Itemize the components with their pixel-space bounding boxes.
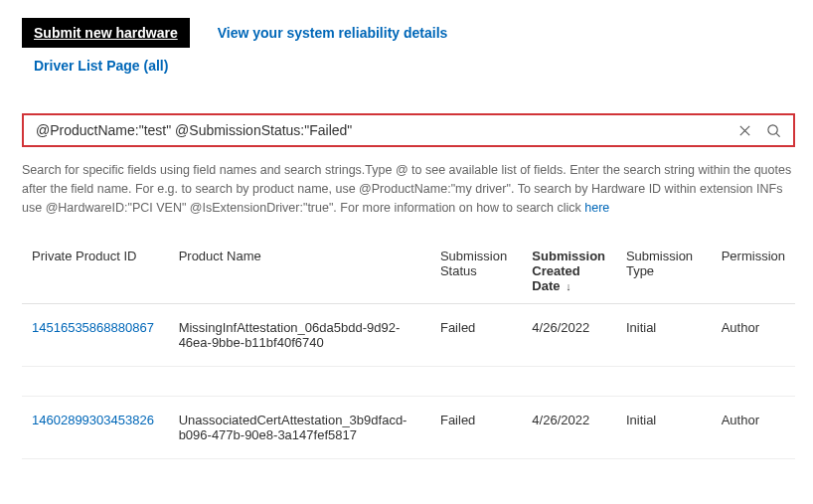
reliability-details-link[interactable]: View your system reliability details <box>218 25 448 41</box>
header-private-product-id[interactable]: Private Product ID <box>22 243 169 304</box>
search-input[interactable] <box>36 122 737 138</box>
driver-list-page-link[interactable]: Driver List Page (all) <box>34 58 168 74</box>
product-id-link[interactable]: 14602899303453826 <box>32 413 154 427</box>
help-here-link[interactable]: here <box>584 201 609 215</box>
product-name-cell: MissingInfAttestation_06da5bdd-9d92-46ea… <box>169 304 430 367</box>
search-bar <box>22 113 795 147</box>
date-cell: 4/26/2022 <box>522 397 616 459</box>
clear-icon[interactable] <box>737 123 752 138</box>
submit-new-hardware-button[interactable]: Submit new hardware <box>22 18 190 48</box>
status-cell: Failed <box>430 397 522 459</box>
header-product-name[interactable]: Product Name <box>169 243 430 304</box>
header-permission[interactable]: Permission <box>712 243 795 304</box>
type-cell: Initial <box>616 397 712 459</box>
type-cell: Initial <box>616 304 712 367</box>
product-id-link[interactable]: 14516535868880867 <box>32 320 154 335</box>
results-table: Private Product ID Product Name Submissi… <box>22 243 795 459</box>
table-row: 14516535868880867 MissingInfAttestation_… <box>22 304 795 367</box>
header-submission-created-date[interactable]: Submission Created Date ↓ <box>522 243 616 304</box>
permission-cell: Author <box>712 397 795 459</box>
header-submission-status[interactable]: Submission Status <box>430 243 522 304</box>
svg-point-0 <box>768 124 777 133</box>
sort-descending-icon: ↓ <box>566 280 571 292</box>
status-cell: Failed <box>430 304 522 367</box>
date-cell: 4/26/2022 <box>522 304 616 367</box>
product-name-cell: UnassociatedCertAttestation_3b9dfacd-b09… <box>169 397 430 459</box>
table-row-spacer <box>22 367 795 397</box>
permission-cell: Author <box>712 304 795 367</box>
search-help-text: Search for specific fields using field n… <box>22 161 795 217</box>
header-submission-type[interactable]: Submission Type <box>616 243 712 304</box>
table-row: 14602899303453826 UnassociatedCertAttest… <box>22 397 795 459</box>
search-icon[interactable] <box>766 123 781 138</box>
